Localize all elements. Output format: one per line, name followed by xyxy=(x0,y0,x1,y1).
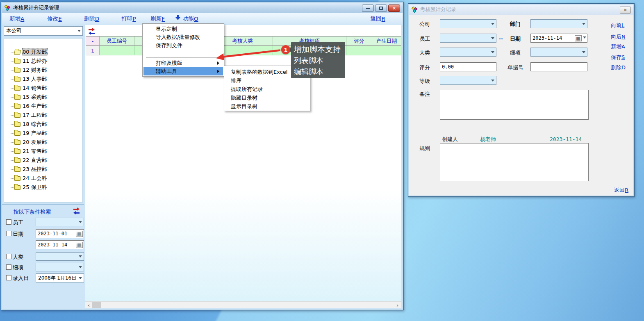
creator-date: 2023-11-14 xyxy=(550,136,582,142)
detail-return-link[interactable]: 返回R xyxy=(614,187,628,194)
submenu-item-hide-tree[interactable]: 隐藏目录树 xyxy=(225,93,309,102)
rule-label: 规则 xyxy=(419,145,430,152)
grid-header-date[interactable]: 产生日期 xyxy=(372,36,401,46)
desktop: 考核累计分记录管理 ✕ 新增A 修改E 删除D 打印P 刷新F 功能O xyxy=(0,0,644,321)
calendar-icon[interactable]: ▦ xyxy=(76,242,83,248)
tree-item-dept[interactable]: 22 直营部 xyxy=(4,156,82,165)
category-filter-checkbox[interactable] xyxy=(6,254,11,259)
menu-item-display-custom[interactable]: 显示定制 xyxy=(143,25,223,33)
chevron-down-icon xyxy=(582,51,585,55)
tree-item-dept[interactable]: 13 人事部 xyxy=(4,75,82,84)
remark-label: 备注 xyxy=(419,91,430,98)
grade-combo[interactable] xyxy=(440,76,496,85)
grid-cell[interactable] xyxy=(100,46,134,55)
menu-item-print-templates[interactable]: 打印及模版 xyxy=(143,59,223,67)
grid-cell[interactable] xyxy=(372,46,401,55)
swap-columns-icon[interactable] xyxy=(73,207,80,214)
score-input[interactable]: 0.00 xyxy=(440,62,496,71)
grade-label: 等级 xyxy=(419,77,430,85)
toolbar-refresh-button[interactable]: 刷新F xyxy=(150,15,165,23)
category-combo[interactable] xyxy=(440,48,496,57)
company-selector[interactable]: 本公司 xyxy=(4,26,83,36)
employee-filter-checkbox[interactable] xyxy=(6,219,11,225)
detail-close-button[interactable]: ✕ xyxy=(620,7,631,14)
submenu-item-show-tree[interactable]: 显示目录树 xyxy=(225,102,309,111)
tree-item-dept[interactable]: 17 工程部 xyxy=(4,111,82,120)
tree-item-dept[interactable]: 11 总经办 xyxy=(4,57,82,66)
swap-columns-icon[interactable] xyxy=(89,28,95,35)
tree-item-dept[interactable]: 21 零售部 xyxy=(4,147,82,156)
date-from-input[interactable]: 2023-11-01 ▦ xyxy=(36,229,84,238)
date-filter-label: 日期 xyxy=(13,230,23,238)
menu-item-import-batch[interactable]: 导入数据/批量修改 xyxy=(143,33,223,41)
scrollbar-thumb[interactable] xyxy=(92,302,101,308)
submenu-item-fetch-all[interactable]: 提取所有记录 xyxy=(225,85,309,93)
add-record-link[interactable]: 新增A xyxy=(611,43,625,50)
entrydate-filter-dropdown[interactable]: 2008年 1月16日 xyxy=(36,273,84,282)
horizontal-scrollbar[interactable]: ‹ › xyxy=(85,301,401,308)
tree-item-dept[interactable]: 19 产品部 xyxy=(4,129,82,138)
toolbar-edit-button[interactable]: 修改E xyxy=(47,15,62,23)
scroll-right-arrow[interactable]: › xyxy=(394,302,401,309)
menu-item-aux-tools[interactable]: 辅助工具 xyxy=(143,67,223,75)
prev-record-link[interactable]: 向前L xyxy=(611,22,624,29)
folder-icon xyxy=(14,176,20,181)
grid-header-indicator[interactable]: - xyxy=(86,36,100,46)
next-record-link[interactable]: 向后N xyxy=(611,33,626,41)
tree-item-dept[interactable]: 25 保卫科 xyxy=(4,183,82,192)
company-combo[interactable] xyxy=(440,19,496,28)
entrydate-filter-checkbox[interactable] xyxy=(6,275,11,280)
save-record-link[interactable]: 保存S xyxy=(611,54,625,61)
creator-label: 创建人 xyxy=(442,136,458,143)
tree-item-dept[interactable]: 16 生产部 xyxy=(4,102,82,111)
tree-item-dept[interactable]: 14 销售部 xyxy=(4,84,82,93)
toolbar-functions-button[interactable]: 功能O xyxy=(175,15,198,23)
calendar-icon[interactable]: ▦ xyxy=(76,231,83,237)
date-filter-checkbox[interactable] xyxy=(6,231,11,236)
folder-icon xyxy=(14,86,20,91)
employee-lookup-dots[interactable]: .. xyxy=(499,34,503,41)
date-to-input[interactable]: 2023-11-14 ▦ xyxy=(36,240,84,249)
maximize-button[interactable] xyxy=(375,5,387,12)
menu-item-save-to-file[interactable]: 保存到文件 xyxy=(143,41,223,50)
employee-combo[interactable] xyxy=(440,34,496,43)
tree-item-dept[interactable]: 12 财务部 xyxy=(4,66,82,75)
date-input[interactable]: 2023-11-14 ▦ xyxy=(530,34,587,43)
folder-icon xyxy=(14,104,20,109)
subitem-filter-checkbox[interactable] xyxy=(6,264,11,270)
toolbar-return-button[interactable]: 返回R xyxy=(371,15,385,23)
remark-textarea[interactable] xyxy=(440,90,589,120)
folder-icon xyxy=(14,185,20,190)
toolbar-print-button[interactable]: 打印P xyxy=(121,15,136,23)
detail-titlebar[interactable]: 考核累计分记录 xyxy=(409,5,633,15)
tree-item-dept[interactable]: 18 综合部 xyxy=(4,120,82,129)
category-filter-combo[interactable] xyxy=(36,252,84,261)
close-button[interactable]: ✕ xyxy=(388,5,400,12)
scroll-left-arrow[interactable]: ‹ xyxy=(85,302,92,309)
minimize-button[interactable] xyxy=(362,5,374,12)
tree-item-dept[interactable]: 23 品控部 xyxy=(4,165,82,174)
rule-textarea[interactable] xyxy=(440,143,589,181)
subitem-filter-combo[interactable] xyxy=(36,263,84,271)
chevron-down-icon xyxy=(77,30,81,34)
detail-window-title: 考核累计分记录 xyxy=(420,6,456,13)
grid-header-score[interactable]: 评分 xyxy=(346,36,372,46)
calendar-icon[interactable]: ▦ xyxy=(575,35,582,41)
tree-item-dept[interactable]: 24 工会科 xyxy=(4,174,82,183)
tree-item-dept[interactable]: 20 发展部 xyxy=(4,138,82,147)
category-label: 大类 xyxy=(419,49,430,57)
grid-cell[interactable] xyxy=(346,46,372,55)
toolbar-delete-button[interactable]: 删除D xyxy=(84,15,99,23)
doc-no-input[interactable] xyxy=(530,62,587,71)
delete-record-link[interactable]: 删除D xyxy=(611,64,626,71)
tree-item-dept[interactable]: 15 采购部 xyxy=(4,93,82,102)
grid-header-employee-no[interactable]: 员工编号 xyxy=(100,36,134,46)
subitem-filter-label: 细项 xyxy=(13,264,23,271)
toolbar-add-button[interactable]: 新增A xyxy=(9,15,24,23)
folder-icon xyxy=(14,140,20,145)
department-combo[interactable] xyxy=(530,19,587,28)
tree-item-dept[interactable]: 00 开发部 xyxy=(4,48,82,57)
main-titlebar[interactable]: 考核累计分记录管理 ✕ xyxy=(2,3,403,13)
subitem-combo[interactable] xyxy=(530,48,587,57)
employee-filter-combo[interactable] xyxy=(36,218,84,226)
